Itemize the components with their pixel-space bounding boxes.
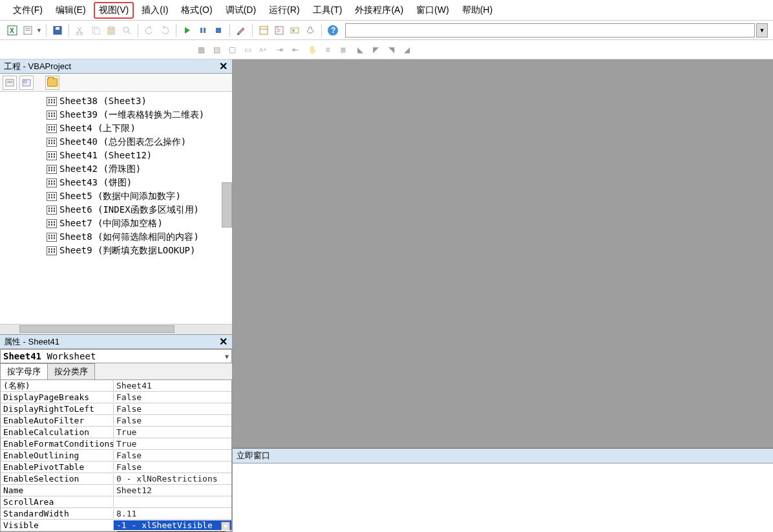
tree-item-label: Sheet7 (中间添加空格) <box>59 217 163 229</box>
close-icon[interactable]: ✕ <box>217 61 229 72</box>
close-icon[interactable]: ✕ <box>217 336 229 348</box>
svg-rect-6 <box>56 27 59 30</box>
property-value[interactable]: Sheet12 <box>114 485 231 495</box>
menu-debug[interactable]: 调试(D) <box>220 2 261 19</box>
menu-help[interactable]: 帮助(H) <box>457 2 498 19</box>
tab-alphabetic[interactable]: 按字母序 <box>0 363 48 379</box>
tree-item[interactable]: Sheet43 (饼图) <box>0 176 232 189</box>
menu-addins[interactable]: 外接程序(A) <box>350 2 408 19</box>
property-row[interactable]: NameSheet12 <box>1 485 231 496</box>
property-value[interactable]: False <box>114 416 231 425</box>
save-icon[interactable] <box>50 23 65 37</box>
tree-item-label: Sheet43 (饼图) <box>59 176 132 189</box>
complete-word-icon: A+ <box>256 43 270 57</box>
menu-format[interactable]: 格式(O) <box>176 2 217 19</box>
tree-hscroll-thumb[interactable] <box>19 325 175 333</box>
property-value[interactable]: 8.11 <box>114 509 231 518</box>
tree-item[interactable]: Sheet40 (总分图表怎么操作) <box>0 135 232 149</box>
tree-item[interactable]: Sheet5 (数据中间添加数字) <box>0 189 232 203</box>
object-browser-icon[interactable] <box>288 23 302 37</box>
tree-hscroll[interactable] <box>0 324 232 334</box>
paste-icon[interactable] <box>104 23 118 37</box>
redo-icon[interactable] <box>158 23 172 37</box>
reset-icon[interactable] <box>211 23 226 37</box>
quick-info-icon: ▢ <box>225 43 239 57</box>
immediate-window[interactable]: 立即窗口 <box>233 448 773 532</box>
svg-rect-21 <box>275 27 283 34</box>
property-value[interactable]: True <box>114 427 231 437</box>
property-value[interactable]: False <box>114 462 231 472</box>
copy-icon[interactable] <box>89 23 103 37</box>
menu-tools[interactable]: 工具(T) <box>308 2 348 19</box>
toolbox-icon[interactable] <box>303 23 317 37</box>
immediate-window-body[interactable] <box>233 463 773 532</box>
help-search-input[interactable] <box>345 23 755 37</box>
tree-item[interactable]: Sheet4 (上下限) <box>0 122 232 135</box>
menu-file[interactable]: 文件(F) <box>8 2 48 19</box>
tree-item[interactable]: Sheet9 (判断填充数据LOOKUP) <box>0 244 232 257</box>
project-tree[interactable]: Sheet38 (Sheet3)Sheet39 (一维表格转换为二维表)Shee… <box>0 92 232 324</box>
toggle-folders-icon[interactable] <box>45 76 59 90</box>
undo-icon[interactable] <box>142 23 156 37</box>
chevron-down-icon[interactable]: ▼ <box>221 522 230 530</box>
property-value[interactable]: False <box>114 392 231 402</box>
cut-icon[interactable] <box>73 23 87 37</box>
tree-item[interactable]: Sheet8 (如何筛选除相同的内容) <box>0 230 232 244</box>
property-value[interactable]: False <box>114 451 231 460</box>
view-object-icon[interactable] <box>19 76 34 90</box>
property-value[interactable]: 0 - xlNoRestrictions <box>114 474 231 484</box>
insert-module-icon[interactable] <box>21 23 35 37</box>
help-icon[interactable]: ? <box>326 23 340 37</box>
property-row[interactable]: EnableFormatConditionsCalculationTrue <box>1 438 231 450</box>
menu-edit[interactable]: 编辑(E) <box>50 2 91 19</box>
property-value[interactable]: False <box>114 404 231 414</box>
help-search-dropdown[interactable]: ▼ <box>756 23 768 37</box>
property-row[interactable]: EnableAutoFilterFalse <box>1 415 231 427</box>
run-icon[interactable] <box>180 23 195 37</box>
tree-item[interactable]: Sheet7 (中间添加空格) <box>0 217 232 230</box>
excel-icon[interactable]: X <box>5 23 19 37</box>
tree-item-label: Sheet9 (判断填充数据LOOKUP) <box>59 244 195 257</box>
properties-grid[interactable]: (名称)Sheet41DisplayPageBreaksFalseDisplay… <box>0 380 232 532</box>
indent-icon: ⇥ <box>273 43 287 57</box>
property-row[interactable]: DisplayPageBreaksFalse <box>1 392 231 403</box>
property-value[interactable]: Sheet41 <box>114 381 231 390</box>
properties-object-name: Sheet41 <box>3 351 41 361</box>
tree-item[interactable]: Sheet38 (Sheet3) <box>0 94 232 108</box>
menu-window[interactable]: 窗口(W) <box>411 2 454 19</box>
find-icon[interactable] <box>120 23 134 37</box>
property-value[interactable]: True <box>114 439 231 449</box>
property-row[interactable]: EnableOutliningFalse <box>1 450 231 462</box>
tree-vscroll-thumb[interactable] <box>222 182 232 228</box>
tree-item[interactable]: Sheet6 (INDEX函数多区域引用) <box>0 203 232 217</box>
property-row[interactable]: (名称)Sheet41 <box>1 380 231 392</box>
worksheet-icon <box>47 138 57 147</box>
breakpoint-icon: ✋ <box>305 43 319 57</box>
menu-insert[interactable]: 插入(I) <box>136 2 173 19</box>
property-row[interactable]: ScrollArea <box>1 496 231 508</box>
view-code-icon[interactable] <box>3 76 17 90</box>
design-mode-icon[interactable] <box>234 23 248 37</box>
property-row[interactable]: StandardWidth8.11 <box>1 508 231 520</box>
list-properties-icon: ▦ <box>194 43 208 57</box>
property-row[interactable]: Visible-1 - xlSheetVisible▼ <box>1 520 231 531</box>
properties-window-icon[interactable] <box>272 23 286 37</box>
property-row[interactable]: DisplayRightToLeftFalse <box>1 403 231 415</box>
menu-run[interactable]: 运行(R) <box>264 2 304 19</box>
tab-categorized[interactable]: 按分类序 <box>47 363 95 379</box>
tree-item[interactable]: Sheet42 (滑珠图) <box>0 162 232 176</box>
tree-item-label: Sheet8 (如何筛选除相同的内容) <box>59 231 199 243</box>
tree-item[interactable]: Sheet39 (一维表格转换为二维表) <box>0 108 232 122</box>
project-explorer-icon[interactable] <box>257 23 271 37</box>
tree-item[interactable]: Sheet41 (Sheet12) <box>0 149 232 162</box>
properties-object-selector[interactable]: Sheet41 Worksheet ▼ <box>0 349 232 363</box>
property-row[interactable]: EnablePivotTableFalse <box>1 462 231 473</box>
property-name: EnableOutlining <box>1 451 114 460</box>
tree-item-label: Sheet41 (Sheet12) <box>59 149 152 162</box>
property-row[interactable]: EnableSelection0 - xlNoRestrictions <box>1 473 231 485</box>
property-value[interactable]: -1 - xlSheetVisible▼ <box>114 520 231 530</box>
list-constants-icon: ▤ <box>209 43 224 57</box>
property-row[interactable]: EnableCalculationTrue <box>1 427 231 438</box>
break-icon[interactable] <box>196 23 210 37</box>
menu-view[interactable]: 视图(V) <box>94 2 134 19</box>
